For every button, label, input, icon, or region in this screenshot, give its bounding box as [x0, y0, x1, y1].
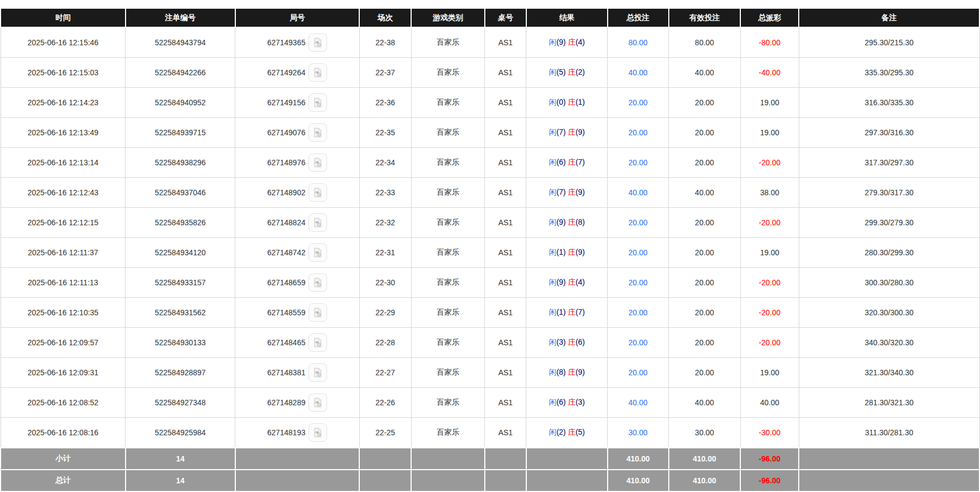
cell-round-id: 627148193 [235, 418, 360, 448]
cell-bet-id: 522584927348 [126, 388, 235, 418]
column-header-2: 局号 [235, 9, 360, 27]
result-player-points: (9) [556, 38, 566, 46]
round-id-group: 627148824 [267, 213, 327, 232]
round-id-group: 627149264 [267, 63, 327, 82]
round-id-group: 627149365 [267, 33, 327, 52]
cell-payout: -20.00 [740, 268, 799, 298]
footer-empty-cell [485, 470, 526, 491]
video-replay-button[interactable] [308, 303, 327, 322]
video-replay-button[interactable] [308, 33, 327, 52]
round-id-group: 627148289 [267, 393, 327, 412]
table-row: 2025-06-16 12:12:43522584937046627148902… [1, 178, 979, 208]
round-id-text: 627148559 [267, 308, 305, 317]
video-replay-button[interactable] [308, 93, 327, 112]
table-row: 2025-06-16 12:15:03522584942266627149264… [1, 58, 979, 88]
cell-result: 闲(9) 庄(4) [526, 268, 608, 298]
cell-payout: 19.00 [740, 238, 799, 268]
footer-total-bet: 410.00 [608, 470, 669, 491]
cell-valid-bet: 20.00 [669, 148, 741, 178]
video-replay-button[interactable] [308, 393, 327, 412]
cell-bet-id: 522584930133 [126, 328, 235, 358]
cell-game-type: 百家乐 [411, 27, 485, 58]
cell-table-id: AS1 [485, 27, 526, 58]
cell-session: 22-38 [359, 27, 411, 58]
column-header-8: 有效投注 [669, 9, 741, 27]
result-banker-label: 庄 [568, 428, 575, 436]
video-replay-icon [312, 127, 323, 138]
cell-table-id: AS1 [485, 418, 526, 448]
video-replay-button[interactable] [308, 333, 327, 352]
footer-count: 14 [126, 448, 235, 470]
video-replay-icon [312, 247, 323, 258]
video-replay-button[interactable] [308, 243, 327, 262]
round-id-text: 627148824 [267, 218, 305, 227]
result-player-label: 闲 [549, 278, 556, 286]
result-banker-points: (9) [575, 128, 585, 136]
video-replay-button[interactable] [308, 63, 327, 82]
cell-payout: 19.00 [740, 118, 799, 148]
table-footer: 小计14410.00410.00-96.00总计14410.00410.00-9… [1, 448, 979, 491]
cell-remark: 279.30/317.30 [799, 178, 979, 208]
video-replay-button[interactable] [308, 153, 327, 172]
result-banker-points: (8) [575, 218, 585, 226]
result-banker-points: (4) [575, 38, 585, 46]
cell-result: 闲(6) 庄(3) [526, 388, 608, 418]
round-id-text: 627149076 [267, 128, 305, 137]
video-replay-button[interactable] [308, 423, 327, 442]
cell-time: 2025-06-16 12:12:43 [1, 178, 126, 208]
round-id-text: 627148193 [267, 428, 305, 437]
result-banker-label: 庄 [568, 188, 575, 196]
cell-result: 闲(2) 庄(5) [526, 418, 608, 448]
cell-valid-bet: 40.00 [669, 388, 741, 418]
round-id-group: 627149076 [267, 123, 327, 142]
cell-valid-bet: 20.00 [669, 298, 741, 328]
cell-payout: 19.00 [740, 88, 799, 118]
cell-round-id: 627149156 [235, 88, 360, 118]
video-replay-button[interactable] [308, 213, 327, 232]
video-replay-button[interactable] [308, 363, 327, 382]
round-id-group: 627148742 [267, 243, 327, 262]
result-banker-label: 庄 [568, 368, 575, 376]
video-replay-button[interactable] [308, 183, 327, 202]
cell-game-type: 百家乐 [411, 238, 485, 268]
cell-game-type: 百家乐 [411, 118, 485, 148]
cell-payout: -80.00 [740, 27, 799, 58]
cell-game-type: 百家乐 [411, 328, 485, 358]
cell-total-bet: 20.00 [608, 268, 669, 298]
cell-game-type: 百家乐 [411, 388, 485, 418]
footer-empty-cell [359, 448, 411, 470]
cell-game-type: 百家乐 [411, 178, 485, 208]
cell-session: 22-37 [359, 58, 411, 88]
cell-valid-bet: 20.00 [669, 358, 741, 388]
cell-total-bet: 20.00 [608, 88, 669, 118]
footer-valid-bet: 410.00 [669, 470, 741, 491]
cell-bet-id: 522584925984 [126, 418, 235, 448]
round-id-text: 627148902 [267, 188, 305, 197]
result-player-label: 闲 [549, 428, 556, 436]
cell-total-bet: 20.00 [608, 328, 669, 358]
cell-total-bet: 40.00 [608, 388, 669, 418]
cell-game-type: 百家乐 [411, 88, 485, 118]
result-player-points: (9) [556, 218, 566, 226]
result-player-label: 闲 [549, 218, 556, 226]
cell-total-bet: 40.00 [608, 178, 669, 208]
cell-remark: 280.30/299.30 [799, 238, 979, 268]
cell-session: 22-33 [359, 178, 411, 208]
video-replay-button[interactable] [308, 273, 327, 292]
table-row: 2025-06-16 12:08:16522584925984627148193… [1, 418, 979, 448]
cell-time: 2025-06-16 12:09:57 [1, 328, 126, 358]
result-banker-points: (6) [575, 338, 585, 346]
result-banker-label: 庄 [568, 68, 575, 76]
result-banker-points: (7) [575, 158, 585, 166]
cell-remark: 321.30/340.30 [799, 358, 979, 388]
column-header-0: 时间 [1, 9, 126, 27]
video-replay-icon [312, 217, 323, 228]
table-row: 2025-06-16 12:09:57522584930133627148465… [1, 328, 979, 358]
result-player-points: (8) [556, 368, 566, 376]
cell-round-id: 627148465 [235, 328, 360, 358]
result-banker-label: 庄 [568, 98, 575, 106]
result-player-points: (7) [556, 128, 566, 136]
video-replay-button[interactable] [308, 123, 327, 142]
table-row: 2025-06-16 12:08:52522584927348627148289… [1, 388, 979, 418]
cell-round-id: 627149264 [235, 58, 360, 88]
